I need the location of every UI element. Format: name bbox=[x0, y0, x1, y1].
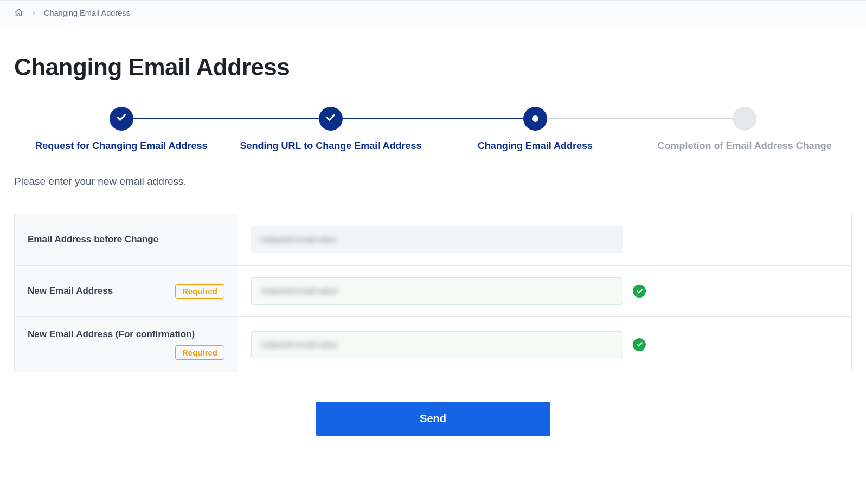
step-bubble-future bbox=[733, 107, 756, 131]
breadcrumb: Changing Email Address bbox=[0, 0, 866, 25]
page-title: Changing Email Address bbox=[14, 54, 852, 81]
required-badge: Required bbox=[175, 345, 224, 360]
label-email-before: Email Address before Change bbox=[28, 234, 158, 245]
row-email-before: Email Address before Change redacted-ema… bbox=[15, 214, 851, 266]
step-3: Changing Email Address bbox=[433, 107, 638, 152]
home-icon[interactable] bbox=[14, 8, 23, 17]
step-2: Sending URL to Change Email Address bbox=[229, 107, 433, 152]
step-label: Sending URL to Change Email Address bbox=[229, 140, 433, 152]
confirm-email-input[interactable]: redacted-email-value bbox=[251, 331, 623, 358]
valid-check-icon bbox=[633, 285, 646, 298]
step-label: Completion of Email Address Change bbox=[637, 140, 852, 152]
email-change-form: Email Address before Change redacted-ema… bbox=[14, 214, 852, 372]
row-confirm-email: New Email Address (For confirmation) Req… bbox=[15, 317, 851, 372]
step-4: Completion of Email Address Change bbox=[637, 107, 852, 152]
step-label: Request for Changing Email Address bbox=[14, 140, 229, 152]
email-before-value: redacted-email-value bbox=[251, 226, 623, 253]
label-new-email: New Email Address bbox=[28, 286, 113, 296]
step-1: Request for Changing Email Address bbox=[14, 107, 229, 152]
required-badge: Required bbox=[175, 284, 224, 299]
row-new-email: New Email Address Required redacted-emai… bbox=[15, 266, 851, 317]
step-bubble-current bbox=[523, 107, 547, 131]
send-button[interactable]: Send bbox=[316, 402, 550, 436]
check-icon bbox=[325, 112, 336, 125]
dot-icon bbox=[532, 115, 538, 122]
new-email-input[interactable]: redacted-email-value bbox=[251, 277, 623, 305]
step-bubble-done bbox=[110, 107, 133, 131]
label-confirm-email: New Email Address (For confirmation) bbox=[28, 329, 195, 340]
chevron-right-icon bbox=[31, 9, 36, 17]
step-bubble-done bbox=[319, 107, 343, 131]
breadcrumb-current: Changing Email Address bbox=[44, 9, 130, 17]
valid-check-icon bbox=[633, 338, 646, 351]
step-label: Changing Email Address bbox=[433, 140, 638, 152]
progress-stepper: Request for Changing Email Address Sendi… bbox=[14, 107, 852, 152]
check-icon bbox=[116, 112, 127, 125]
instruction-text: Please enter your new email address. bbox=[14, 176, 852, 188]
